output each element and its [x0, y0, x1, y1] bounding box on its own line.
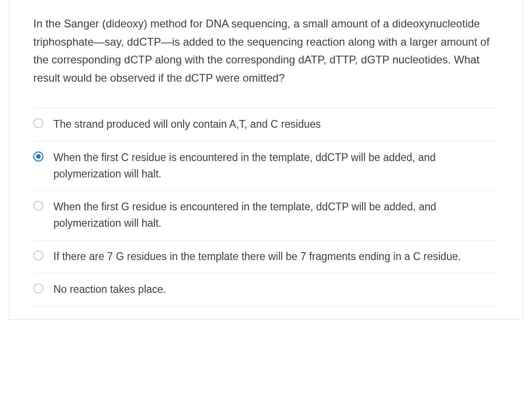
- option-row-1[interactable]: When the first C residue is encountered …: [33, 141, 499, 191]
- radio-icon: [33, 118, 43, 128]
- radio-icon: [33, 201, 43, 211]
- options-list: The strand produced will only contain A,…: [10, 91, 522, 319]
- option-text: When the first G residue is encountered …: [53, 199, 499, 231]
- question-text: In the Sanger (dideoxy) method for DNA s…: [10, 0, 522, 91]
- option-row-0[interactable]: The strand produced will only contain A,…: [33, 108, 499, 141]
- option-text: When the first C residue is encountered …: [53, 150, 499, 182]
- radio-icon: [33, 250, 43, 261]
- radio-inner-icon: [36, 154, 41, 159]
- option-text: The strand produced will only contain A,…: [53, 116, 499, 133]
- radio-icon: [33, 151, 43, 162]
- option-row-4[interactable]: No reaction takes place.: [33, 273, 499, 307]
- question-card: In the Sanger (dideoxy) method for DNA s…: [9, 0, 523, 320]
- option-text: If there are 7 G residues in the templat…: [53, 249, 499, 265]
- radio-icon: [33, 283, 43, 293]
- option-text: No reaction takes place.: [53, 281, 499, 298]
- option-row-3[interactable]: If there are 7 G residues in the templat…: [33, 240, 499, 274]
- option-row-2[interactable]: When the first G residue is encountered …: [33, 191, 499, 240]
